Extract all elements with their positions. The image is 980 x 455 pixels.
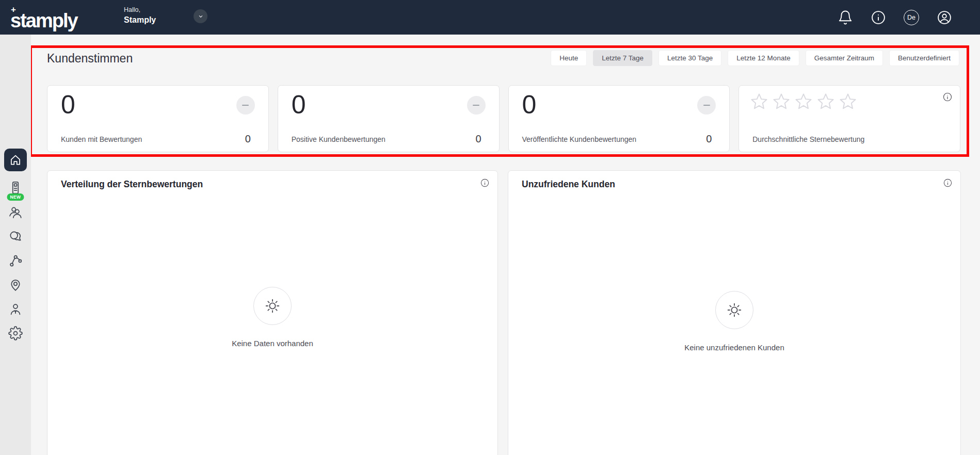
stat-value: 0 (522, 91, 537, 119)
panel-title: Verteilung der Sternbewertungen (61, 179, 203, 190)
new-badge: NEW (7, 193, 24, 201)
stat-card-veroeffentlichte-kundenbewertungen: 0 Veröffentlichte Kundenbewertungen 0 (508, 85, 730, 152)
trend-value: 0 (706, 133, 712, 145)
topbar: + stamply Hallo, Stamply De (0, 0, 980, 35)
person-icon (8, 302, 23, 316)
minus-icon (467, 96, 486, 115)
panel-sternbewertungen: Verteilung der Sternbewertungen Keine Da… (47, 170, 498, 455)
filter-button-benutzerdefiniert[interactable]: Benutzerdefiniert (889, 50, 959, 66)
stat-card-kunden-mit-bewertungen: 0 Kunden mit Bewertungen 0 (47, 85, 269, 152)
stat-label: Veröffentlichte Kundenbewertungen (522, 135, 637, 143)
trend-value: 0 (245, 133, 251, 145)
stat-cards-row: 0 Kunden mit Bewertungen 0 0 Positive Ku… (47, 85, 960, 152)
star-rating (749, 92, 858, 111)
chat-icon (8, 229, 23, 243)
panel-title: Unzufriedene Kunden (522, 179, 615, 190)
filter-button-heute[interactable]: Heute (551, 50, 587, 66)
info-icon[interactable] (480, 178, 490, 188)
sidebar-item-home[interactable] (4, 149, 27, 171)
pin-icon (8, 278, 23, 292)
info-icon[interactable] (942, 92, 953, 102)
sun-icon (726, 302, 743, 318)
gear-icon (8, 326, 23, 340)
home-icon (9, 153, 22, 167)
stat-label: Positive Kundenbewertungen (292, 135, 385, 143)
sidebar: NEW (0, 35, 31, 455)
sidebar-item-feedback[interactable] (8, 229, 23, 244)
account-name: Stamply (124, 14, 156, 26)
topbar-actions: De (838, 0, 952, 35)
star-icon (794, 92, 813, 111)
sun-circle (253, 287, 292, 325)
brand-logo-text: stamply (10, 10, 77, 31)
sidebar-item-journey[interactable] (8, 253, 23, 268)
flow-icon (8, 253, 23, 268)
trend-value: 0 (475, 133, 481, 145)
filter-button-letzte-7-tage[interactable]: Letzte 7 Tage (593, 50, 652, 66)
sun-circle (715, 291, 753, 329)
sidebar-item-customers[interactable] (8, 204, 23, 220)
kiosk-icon (8, 181, 23, 195)
users-icon (8, 205, 23, 219)
empty-state: Keine unzufriedenen Kunden (508, 291, 960, 352)
greeting: Hallo, Stamply (124, 6, 156, 25)
stat-card-durchschnittliche-sternebewertung: Durchschnittliche Sternebewertung (738, 85, 960, 152)
filter-button-letzte-30-tage[interactable]: Letzte 30 Tage (658, 50, 721, 66)
info-icon[interactable] (871, 10, 886, 25)
empty-text: Keine unzufriedenen Kunden (684, 343, 784, 352)
bell-icon[interactable] (838, 10, 853, 25)
stat-label: Durchschnittliche Sternebewertung (752, 135, 864, 143)
star-icon (816, 92, 836, 111)
account-menu-button[interactable] (194, 9, 207, 23)
chevron-down-icon (197, 12, 205, 21)
date-filter-group: Heute Letzte 7 Tage Letzte 30 Tage Letzt… (551, 50, 959, 66)
stat-value: 0 (61, 91, 75, 119)
star-icon (838, 92, 858, 111)
stat-value: 0 (292, 91, 306, 119)
filter-button-gesamter-zeitraum[interactable]: Gesamter Zeitraum (806, 50, 883, 66)
language-badge-label: De (907, 14, 915, 21)
brand-logo[interactable]: + stamply (10, 7, 77, 30)
empty-state: Keine Daten vorhanden (47, 287, 497, 348)
star-icon (772, 92, 791, 111)
sidebar-item-account[interactable] (8, 301, 23, 317)
sidebar-item-kiosk[interactable]: NEW (8, 180, 23, 196)
panel-unzufriedene-kunden: Unzufriedene Kunden Keine unzufriedenen … (508, 170, 961, 455)
greeting-label: Hallo, (124, 6, 156, 14)
sun-icon (264, 298, 281, 314)
star-icon (749, 92, 769, 111)
language-badge[interactable]: De (904, 10, 919, 25)
logo-plus-icon: + (11, 5, 16, 14)
sidebar-item-locations[interactable] (8, 277, 23, 293)
page-title: Kundenstimmen (47, 52, 133, 66)
filter-button-letzte-12-monate[interactable]: Letzte 12 Monate (728, 50, 799, 66)
sidebar-item-settings[interactable] (8, 326, 23, 341)
minus-icon (697, 96, 716, 115)
stat-label: Kunden mit Bewertungen (61, 135, 142, 143)
empty-text: Keine Daten vorhanden (232, 339, 313, 348)
user-icon[interactable] (937, 10, 952, 25)
info-icon[interactable] (943, 178, 953, 188)
minus-icon (236, 96, 255, 115)
stat-card-positive-kundenbewertungen: 0 Positive Kundenbewertungen 0 (278, 85, 500, 152)
